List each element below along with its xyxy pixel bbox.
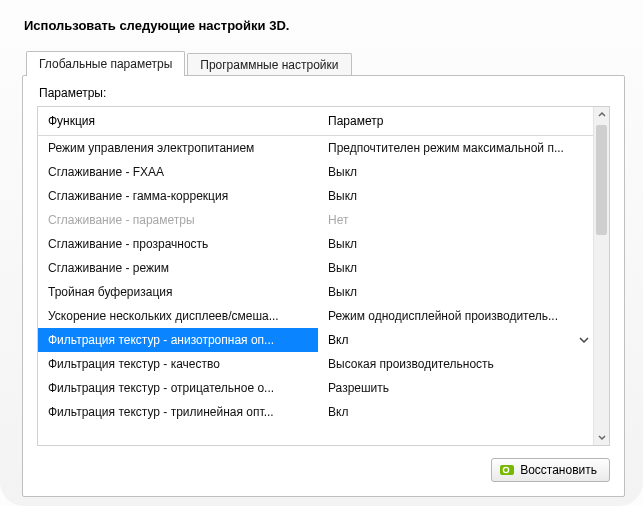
settings-grid-wrap: Функция Параметр Режим управления электр… (37, 106, 610, 446)
row-value[interactable]: Высокая производительность (318, 352, 609, 376)
row-function[interactable]: Режим управления электропитанием (38, 136, 318, 161)
row-function[interactable]: Ускорение нескольких дисплеев/смеша... (38, 304, 318, 328)
footer: Восстановить (37, 458, 610, 482)
row-value[interactable]: Разрешить (318, 376, 609, 400)
row-value[interactable]: Выкл (318, 184, 609, 208)
chevron-down-icon[interactable] (579, 335, 589, 345)
tab-body: Параметры: Функция Параметр Режим управл… (22, 75, 625, 497)
table-row[interactable]: Фильтрация текстур - отрицательное о...Р… (38, 376, 609, 400)
tab-program[interactable]: Программные настройки (187, 53, 351, 76)
page-title: Использовать следующие настройки 3D. (24, 18, 625, 33)
row-function[interactable]: Сглаживание - режим (38, 256, 318, 280)
table-row[interactable]: Сглаживание - гамма-коррекцияВыкл (38, 184, 609, 208)
table-row[interactable]: Режим управления электропитаниемПредпочт… (38, 136, 609, 161)
row-value[interactable]: Вкл (318, 400, 609, 424)
svg-rect-0 (500, 465, 514, 475)
table-row[interactable]: Сглаживание - режимВыкл (38, 256, 609, 280)
vertical-scrollbar[interactable] (593, 107, 609, 445)
table-row[interactable]: Фильтрация текстур - анизотропная оп...В… (38, 328, 609, 352)
row-function[interactable]: Сглаживание - FXAA (38, 160, 318, 184)
scroll-down-icon[interactable] (594, 429, 609, 445)
restore-button-label: Восстановить (520, 463, 597, 477)
row-value[interactable]: Нет (318, 208, 609, 232)
table-row[interactable]: Фильтрация текстур - трилинейная опт...В… (38, 400, 609, 424)
scroll-thumb[interactable] (596, 125, 607, 235)
row-value[interactable]: Выкл (318, 256, 609, 280)
row-value[interactable]: Вкл (318, 328, 609, 352)
row-function[interactable]: Сглаживание - прозрачность (38, 232, 318, 256)
parameters-label: Параметры: (39, 86, 610, 100)
row-function[interactable]: Фильтрация текстур - отрицательное о... (38, 376, 318, 400)
table-row[interactable]: Фильтрация текстур - качествоВысокая про… (38, 352, 609, 376)
row-value[interactable]: Выкл (318, 232, 609, 256)
row-value[interactable]: Предпочтителен режим максимальной п... (318, 136, 609, 161)
header-function[interactable]: Функция (38, 107, 318, 136)
settings-panel: Использовать следующие настройки 3D. Гло… (0, 0, 643, 506)
row-value[interactable]: Выкл (318, 280, 609, 304)
row-function[interactable]: Фильтрация текстур - трилинейная опт... (38, 400, 318, 424)
table-row[interactable]: Сглаживание - параметрыНет (38, 208, 609, 232)
tab-global[interactable]: Глобальные параметры (26, 51, 185, 76)
table-row[interactable]: Сглаживание - прозрачностьВыкл (38, 232, 609, 256)
row-value[interactable]: Режим однодисплейной производитель... (318, 304, 609, 328)
row-function[interactable]: Тройная буферизация (38, 280, 318, 304)
restore-button[interactable]: Восстановить (491, 458, 610, 482)
nvidia-icon (500, 463, 514, 477)
row-function[interactable]: Фильтрация текстур - анизотропная оп... (38, 328, 318, 352)
row-function[interactable]: Сглаживание - гамма-коррекция (38, 184, 318, 208)
table-row[interactable]: Тройная буферизацияВыкл (38, 280, 609, 304)
scroll-up-icon[interactable] (594, 107, 609, 123)
tab-bar: Глобальные параметры Программные настрой… (22, 51, 625, 76)
header-parameter[interactable]: Параметр (318, 107, 609, 136)
row-value[interactable]: Выкл (318, 160, 609, 184)
row-function[interactable]: Сглаживание - параметры (38, 208, 318, 232)
table-row[interactable]: Сглаживание - FXAAВыкл (38, 160, 609, 184)
row-function[interactable]: Фильтрация текстур - качество (38, 352, 318, 376)
settings-grid: Функция Параметр Режим управления электр… (38, 107, 609, 424)
table-row[interactable]: Ускорение нескольких дисплеев/смеша...Ре… (38, 304, 609, 328)
